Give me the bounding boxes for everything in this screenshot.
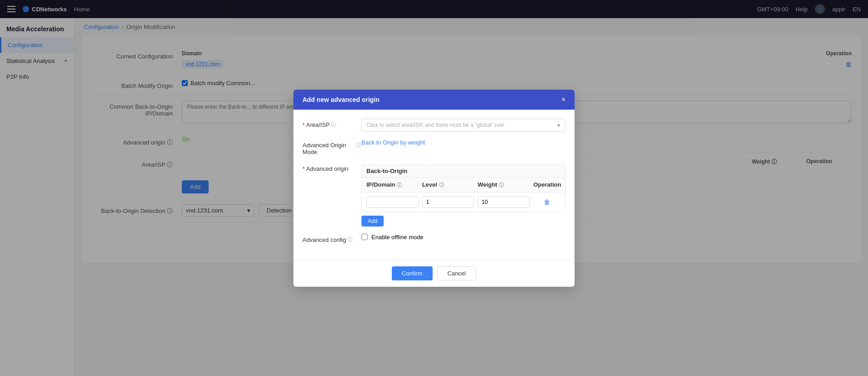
modal-area-isp-label-text: Area/ISP bbox=[306, 121, 330, 128]
ip-domain-cell bbox=[366, 196, 419, 208]
modal-overlay: Add new advanced origin × * Area/ISP ⓘ C… bbox=[0, 0, 868, 376]
offline-mode-row: Enable offline mode bbox=[361, 234, 566, 241]
back-to-origin-section-header: Back-to-Origin bbox=[362, 165, 565, 178]
modal-advanced-origin-label-text: Advanced origin bbox=[306, 165, 348, 172]
modal-header: Add new advanced origin × bbox=[293, 90, 575, 110]
weight-help-icon[interactable]: ⓘ bbox=[499, 182, 504, 188]
weight-cell bbox=[478, 196, 530, 208]
modal-area-isp-label: * Area/ISP ⓘ bbox=[302, 119, 361, 128]
chevron-down-icon: ▾ bbox=[557, 122, 561, 129]
operation-col-header: Operation bbox=[533, 181, 561, 188]
modal-advanced-config-label-text: Advanced config bbox=[302, 236, 346, 243]
level-col-header: Level ⓘ bbox=[422, 181, 478, 188]
enable-offline-mode-checkbox[interactable] bbox=[361, 234, 368, 240]
modal-area-isp-row: * Area/ISP ⓘ Click to select area/ISP, a… bbox=[302, 119, 566, 132]
modal-advanced-origin-label: * Advanced origin bbox=[302, 163, 361, 172]
modal-footer: Confirm Cancel bbox=[293, 260, 575, 287]
modal-dialog: Add new advanced origin × * Area/ISP ⓘ C… bbox=[293, 90, 575, 287]
modal-advanced-origin-row: * Advanced origin Back-to-Origin IP/Doma… bbox=[302, 163, 566, 227]
modal-close-button[interactable]: × bbox=[561, 96, 566, 103]
modal-body: * Area/ISP ⓘ Click to select area/ISP, a… bbox=[293, 110, 575, 260]
modal-advanced-origin-mode-control: Back to Origin by weight bbox=[361, 139, 566, 151]
back-to-origin-section-label: Back-to-Origin bbox=[366, 168, 407, 174]
ip-domain-col-header: IP/Domain ⓘ bbox=[366, 181, 422, 188]
level-help-icon[interactable]: ⓘ bbox=[439, 182, 444, 188]
area-isp-help-icon[interactable]: ⓘ bbox=[331, 121, 336, 128]
weight-input[interactable] bbox=[478, 196, 530, 208]
advanced-origin-mode-help-icon[interactable]: ⓘ bbox=[356, 142, 361, 149]
ip-domain-help-icon[interactable]: ⓘ bbox=[397, 182, 402, 188]
origin-table-header-row: IP/Domain ⓘ Level ⓘ Weight ⓘ Op bbox=[362, 178, 565, 193]
advanced-config-help-icon[interactable]: ⓘ bbox=[347, 236, 352, 243]
enable-offline-mode-label: Enable offline mode bbox=[371, 234, 424, 241]
weight-col-header: Weight ⓘ bbox=[478, 181, 533, 188]
required-marker-2: * bbox=[302, 165, 305, 172]
area-isp-select[interactable]: Click to select area/ISP, and there must… bbox=[361, 119, 566, 132]
modal-advanced-config-row: Advanced config ⓘ Enable offline mode bbox=[302, 234, 566, 243]
back-to-origin-table: Back-to-Origin IP/Domain ⓘ Level ⓘ bbox=[361, 164, 566, 212]
modal-advanced-origin-mode-label-text: Advanced Origin Mode bbox=[302, 142, 355, 155]
modal-advanced-config-control: Enable offline mode bbox=[361, 234, 566, 241]
cancel-button[interactable]: Cancel bbox=[437, 266, 476, 280]
level-cell bbox=[422, 196, 474, 208]
required-marker: * bbox=[302, 121, 305, 128]
modal-advanced-origin-mode-row: Advanced Origin Mode ⓘ Back to Origin by… bbox=[302, 139, 566, 155]
ip-domain-input[interactable] bbox=[366, 196, 419, 208]
modal-advanced-origin-mode-label: Advanced Origin Mode ⓘ bbox=[302, 139, 361, 155]
modal-title: Add new advanced origin bbox=[302, 96, 380, 103]
confirm-button[interactable]: Confirm bbox=[392, 266, 433, 280]
row-delete-button[interactable]: 🗑 bbox=[533, 198, 561, 206]
modal-area-isp-control: Click to select area/ISP, and there must… bbox=[361, 119, 566, 132]
table-add-button[interactable]: Add bbox=[361, 216, 384, 227]
area-isp-placeholder: Click to select area/ISP, and there must… bbox=[366, 122, 505, 128]
modal-advanced-origin-control: Back-to-Origin IP/Domain ⓘ Level ⓘ bbox=[361, 163, 566, 227]
modal-advanced-config-label: Advanced config ⓘ bbox=[302, 234, 361, 243]
table-row: 🗑 bbox=[362, 193, 565, 212]
level-input[interactable] bbox=[422, 196, 474, 208]
back-to-origin-by-weight-link[interactable]: Back to Origin by weight bbox=[361, 139, 425, 146]
